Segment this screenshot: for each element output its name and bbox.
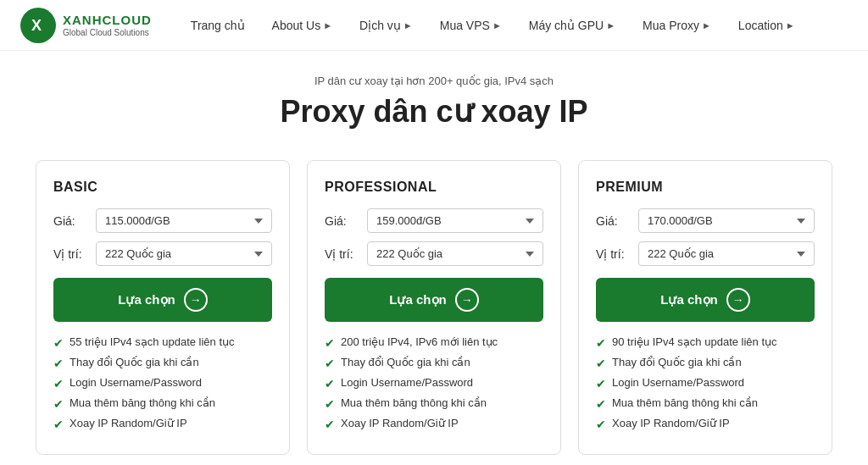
feature-list-basic: ✔ 55 triệu IPv4 sạch update liên tục ✔ T… [53,335,272,431]
nav-trang-chu[interactable]: Trang chủ [179,12,257,39]
check-icon: ✔ [53,397,64,411]
list-item: ✔ Login Username/Password [53,376,272,390]
price-label-basic: Giá: [53,214,89,228]
location-select-professional[interactable]: 222 Quốc gia [367,241,543,266]
list-item: ✔ 200 triệu IPv4, IPv6 mới liên tục [325,335,543,350]
nav-mua-vps[interactable]: Mua VPS ► [428,12,514,39]
chevron-right-icon: ► [403,20,413,30]
hero-title: Proxy dân cư xoay IP [14,94,854,130]
check-icon: ✔ [53,336,64,350]
hero-section: IP dân cư xoay tại hơn 200+ quốc gia, IP… [0,51,868,143]
list-item: ✔ Thay đổi Quốc gia khi cần [53,356,272,370]
card-professional-title: PROFESSIONAL [325,180,543,195]
feature-list-professional: ✔ 200 triệu IPv4, IPv6 mới liên tục ✔ Th… [325,335,543,431]
pricing-cards: BASIC Giá: 115.000đ/GB Vị trí: 222 Quốc … [0,143,868,465]
price-row-professional: Giá: 159.000đ/GB [325,208,543,233]
select-button-basic[interactable]: Lựa chọn → [53,278,272,322]
price-label-professional: Giá: [325,214,360,228]
chevron-right-icon: ► [702,20,711,30]
list-item: ✔ Mua thêm băng thông khi cần [325,396,543,411]
location-label-basic: Vị trí: [53,247,89,261]
arrow-circle-icon-basic: → [184,288,208,312]
feature-list-premium: ✔ 90 triệu IPv4 sạch update liên tục ✔ T… [596,335,815,431]
check-icon: ✔ [53,357,64,370]
nav-location[interactable]: Location ► [726,12,807,39]
price-select-basic[interactable]: 115.000đ/GB [96,208,272,233]
card-professional: PROFESSIONAL Giá: 159.000đ/GB Vị trí: 22… [307,160,561,455]
check-icon: ✔ [325,418,335,431]
list-item: ✔ Thay đổi Quốc gia khi cần [325,356,543,370]
check-icon: ✔ [325,357,335,370]
list-item: ✔ Xoay IP Random/Giữ IP [325,417,543,431]
check-icon: ✔ [53,377,64,390]
chevron-right-icon: ► [606,20,615,30]
chevron-right-icon: ► [323,20,332,30]
list-item: ✔ Login Username/Password [325,376,543,390]
price-select-premium[interactable]: 170.000đ/GB [638,208,815,233]
location-row-premium: Vị trí: 222 Quốc gia [596,241,815,266]
brand-tagline: Global Cloud Solutions [63,28,152,38]
card-basic: BASIC Giá: 115.000đ/GB Vị trí: 222 Quốc … [36,160,290,455]
chevron-right-icon: ► [786,20,795,30]
location-select-basic[interactable]: 222 Quốc gia [96,241,272,266]
list-item: ✔ 55 triệu IPv4 sạch update liên tục [53,335,272,350]
select-button-professional[interactable]: Lựa chọn → [325,278,543,322]
list-item: ✔ 90 triệu IPv4 sạch update liên tục [596,335,815,350]
svg-text:X: X [31,17,42,34]
list-item: ✔ Xoay IP Random/Giữ IP [596,417,815,431]
price-label-premium: Giá: [596,214,632,228]
logo-text: XANHCLOUD Global Cloud Solutions [63,13,152,38]
check-icon: ✔ [325,336,335,350]
main-nav: Trang chủ About Us ► Dịch vụ ► Mua VPS ►… [179,12,848,39]
check-icon: ✔ [325,397,335,411]
check-icon: ✔ [596,397,606,411]
location-label-premium: Vị trí: [596,247,632,261]
price-row-basic: Giá: 115.000đ/GB [53,208,272,233]
nav-dich-vu[interactable]: Dịch vụ ► [348,12,425,39]
location-row-professional: Vị trí: 222 Quốc gia [325,241,543,266]
card-basic-title: BASIC [53,180,272,195]
chevron-right-icon: ► [492,20,502,30]
logo-icon: X [20,8,56,43]
check-icon: ✔ [596,418,606,431]
price-select-professional[interactable]: 159.000đ/GB [367,208,543,233]
check-icon: ✔ [596,336,606,350]
list-item: ✔ Login Username/Password [596,376,815,390]
select-button-premium[interactable]: Lựa chọn → [596,278,815,322]
list-item: ✔ Mua thêm băng thông khi cần [596,396,815,411]
card-premium: PREMIUM Giá: 170.000đ/GB Vị trí: 222 Quố… [578,160,832,455]
card-premium-title: PREMIUM [596,180,815,195]
list-item: ✔ Mua thêm băng thông khi cần [53,396,272,411]
nav-about-us[interactable]: About Us ► [260,12,344,39]
site-header: X XANHCLOUD Global Cloud Solutions Trang… [0,0,868,51]
logo[interactable]: X XANHCLOUD Global Cloud Solutions [20,8,152,43]
location-label-professional: Vị trí: [325,247,360,261]
price-row-premium: Giá: 170.000đ/GB [596,208,815,233]
list-item: ✔ Xoay IP Random/Giữ IP [53,417,272,431]
arrow-circle-icon-professional: → [455,288,479,312]
check-icon: ✔ [53,418,64,431]
nav-may-chu-gpu[interactable]: Máy chủ GPU ► [517,12,627,39]
check-icon: ✔ [325,377,335,390]
list-item: ✔ Thay đổi Quốc gia khi cần [596,356,815,370]
arrow-circle-icon-premium: → [726,288,750,312]
location-select-premium[interactable]: 222 Quốc gia [638,241,815,266]
brand-name: XANHCLOUD [63,13,152,28]
hero-subtitle: IP dân cư xoay tại hơn 200+ quốc gia, IP… [14,75,854,87]
check-icon: ✔ [596,357,606,370]
nav-mua-proxy[interactable]: Mua Proxy ► [631,12,723,39]
location-row-basic: Vị trí: 222 Quốc gia [53,241,272,266]
check-icon: ✔ [596,377,606,390]
